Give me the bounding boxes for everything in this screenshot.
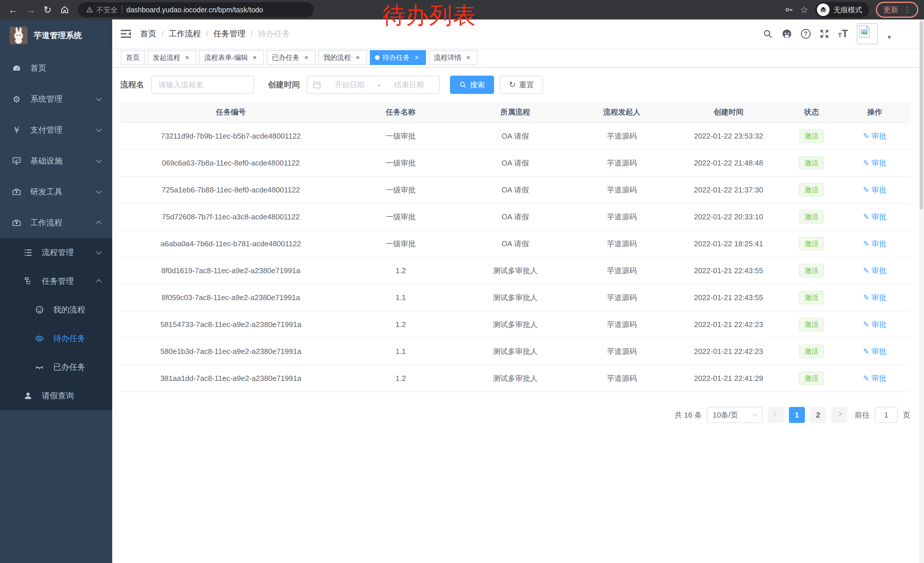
process-name-input[interactable] (151, 76, 254, 94)
key-icon[interactable] (784, 5, 794, 14)
person-icon (23, 391, 33, 401)
approve-button[interactable]: ✎审批 (863, 293, 886, 303)
task-id: 58154733-7ac8-11ec-a9e2-a2380e71991a (120, 311, 342, 338)
sidebar-item-system[interactable]: ⚙ 系统管理 (0, 84, 112, 114)
avatar[interactable] (857, 23, 878, 44)
sidebar-item-devtools[interactable]: 研发工具 (0, 176, 112, 207)
search-icon[interactable] (762, 29, 773, 39)
task-process: 测试多审批人 (460, 311, 570, 338)
task-process: OA 请假 (460, 176, 570, 203)
approve-button[interactable]: ✎审批 (863, 266, 886, 276)
status-badge: 激活 (799, 318, 824, 331)
fullscreen-icon[interactable] (819, 29, 830, 39)
breadcrumb-separator: / (162, 29, 164, 38)
sidebar-item-workflow[interactable]: 工作流程 (0, 207, 112, 238)
task-time: 2022-01-22 18:25:41 (673, 230, 784, 257)
tab-my-process[interactable]: 我的流程 (318, 50, 367, 65)
date-range-picker[interactable]: 开始日期 - 结束日期 (307, 76, 440, 94)
tab-home[interactable]: 首页 (121, 50, 145, 65)
status-badge: 激活 (799, 291, 824, 305)
sidebar-item-process-mgmt[interactable]: 流程管理 (0, 238, 112, 267)
gear-icon: ⚙ (12, 94, 22, 104)
task-initiator: 芋道源码 (570, 365, 673, 392)
search-button[interactable]: 搜索 (450, 76, 494, 94)
security-indicator[interactable]: 不安全 (86, 5, 118, 15)
tab-close-icon[interactable] (354, 54, 362, 62)
browser-home-button[interactable] (57, 2, 72, 17)
monitor-icon (12, 156, 22, 166)
tab-process-form-edit[interactable]: 流程表单-编辑 (199, 50, 264, 65)
sidebar-item-payment[interactable]: ￥ 支付管理 (0, 114, 112, 146)
breadcrumb-task-mgmt[interactable]: 任务管理 (213, 29, 246, 39)
scrollbar-thumb[interactable] (920, 21, 923, 210)
page-size-select[interactable]: 10条/页 (707, 407, 762, 423)
github-icon[interactable] (782, 29, 792, 39)
task-initiator: 芋道源码 (570, 230, 673, 257)
sidebar-fold-icon[interactable] (121, 29, 131, 38)
task-initiator: 芋道源码 (570, 257, 673, 284)
approve-button[interactable]: ✎审批 (863, 212, 886, 222)
browser-menu-icon[interactable]: ⋮ (903, 6, 911, 14)
approve-button[interactable]: ✎审批 (863, 374, 886, 383)
breadcrumb-separator: / (206, 29, 208, 38)
sidebar-item-todo-tasks[interactable]: 待办任务 (0, 324, 112, 353)
col-create-time: 创建时间 (673, 102, 784, 123)
page-button-1[interactable]: 1 (789, 407, 805, 423)
col-status: 状态 (784, 102, 839, 123)
tab-todo-tasks[interactable]: 待办任务 (370, 50, 426, 65)
font-size-icon[interactable] (838, 28, 848, 40)
task-name: 一级审批 (342, 203, 460, 230)
approve-button[interactable]: ✎审批 (863, 158, 886, 168)
browser-forward-button[interactable]: → (23, 2, 38, 17)
page-button-2[interactable]: 2 (810, 407, 826, 423)
bookmark-star-icon[interactable]: ☆ (800, 4, 808, 15)
tab-close-icon[interactable] (183, 54, 191, 62)
browser-reload-button[interactable]: ↻ (40, 2, 55, 17)
breadcrumb-workflow[interactable]: 工作流程 (169, 29, 201, 39)
sidebar-item-my-process[interactable]: 我的流程 (0, 296, 112, 324)
avatar-caret-icon[interactable]: ▾ (888, 33, 891, 41)
task-id: 580e1b3d-7ac8-11ec-a9e2-a2380e71991a (120, 338, 342, 365)
browser-back-button[interactable]: ← (6, 2, 21, 17)
sidebar-item-done-tasks[interactable]: 已办任务 (0, 353, 112, 381)
next-page-button[interactable] (831, 407, 847, 423)
app-logo-row[interactable]: 芋道管理系统 (0, 20, 112, 51)
tab-close-icon[interactable] (251, 54, 259, 62)
task-initiator: 芋道源码 (570, 123, 673, 150)
task-id: 8f059c03-7ac8-11ec-a9e2-a2380e71991a (120, 284, 342, 311)
task-name: 1.2 (342, 365, 460, 392)
tree-icon (23, 277, 33, 286)
help-icon[interactable] (801, 29, 811, 39)
col-process: 所属流程 (460, 102, 570, 123)
url-divider (122, 6, 122, 14)
tab-close-icon[interactable] (464, 54, 472, 62)
goto-page-input[interactable] (875, 407, 898, 423)
status-badge: 激活 (799, 210, 824, 224)
sidebar-item-task-mgmt[interactable]: 任务管理 (0, 267, 112, 296)
browser-update-button[interactable]: 更新 ⋮ (876, 2, 918, 18)
home-icon (60, 5, 69, 14)
status-badge: 激活 (799, 129, 824, 143)
tab-close-icon[interactable] (413, 54, 421, 62)
approve-button[interactable]: ✎审批 (863, 131, 886, 141)
chevron-down-icon (96, 249, 102, 255)
tab-close-icon[interactable] (302, 54, 310, 62)
sidebar-item-home[interactable]: 首页 (0, 53, 112, 84)
tab-done-tasks[interactable]: 已办任务 (267, 50, 315, 65)
sidebar-item-label: 支付管理 (30, 125, 97, 135)
address-bar[interactable]: 不安全 dashboard.yudao.iocoder.cn/bpm/task/… (78, 2, 314, 17)
approve-button[interactable]: ✎审批 (863, 185, 886, 195)
tab-process-detail[interactable]: 流程详情 (429, 50, 477, 65)
reset-button[interactable]: ↻ 重置 (500, 76, 543, 94)
window-scrollbar[interactable] (919, 20, 924, 563)
tab-start-process[interactable]: 发起流程 (148, 50, 196, 65)
approve-button[interactable]: ✎审批 (863, 239, 886, 249)
task-time: 2022-01-22 21:37:30 (673, 176, 784, 203)
approve-button[interactable]: ✎审批 (863, 347, 886, 357)
prev-page-button[interactable] (768, 407, 784, 423)
sidebar-item-infra[interactable]: 基础设施 (0, 146, 112, 176)
breadcrumb-home[interactable]: 首页 (140, 29, 156, 39)
dashboard-icon (12, 63, 22, 73)
sidebar-item-leave-query[interactable]: 请假查询 (0, 381, 112, 410)
approve-button[interactable]: ✎审批 (863, 320, 886, 330)
